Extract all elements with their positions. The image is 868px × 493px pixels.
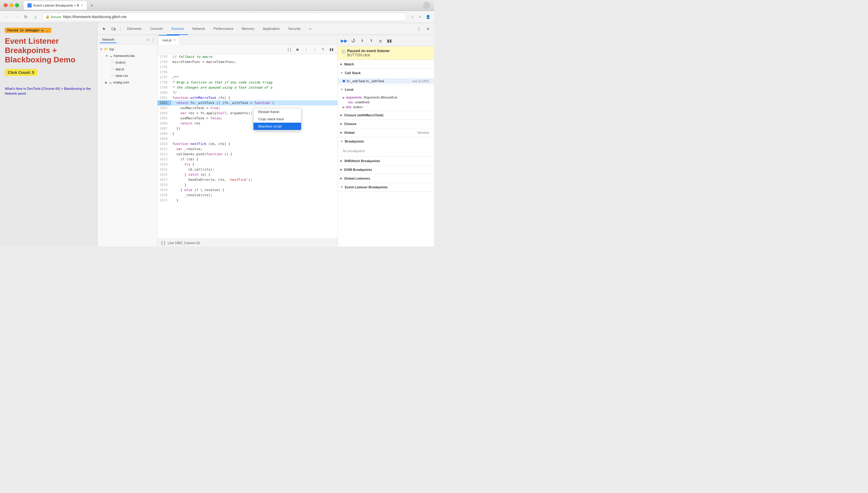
verified-icon[interactable]: ✓ [417, 14, 423, 20]
step-over-button[interactable] [349, 37, 357, 45]
closure-with-macro-header[interactable]: ▶ Closure (withMacroTask) [338, 111, 434, 119]
tree-item-stylecss[interactable]: 📄 style.css [97, 72, 157, 79]
file-panel-network-tab[interactable]: Network [100, 37, 117, 43]
editor-status-text: Line 1802, Column 51 [168, 241, 200, 245]
tab-more[interactable]: ›› [305, 23, 316, 35]
breakpoints-label: Breakpoints [345, 140, 364, 143]
breakpoints-button[interactable]: ↑ [311, 46, 318, 53]
scope-row-this[interactable]: ▶ this: button [338, 105, 434, 109]
profile-avatar[interactable] [423, 2, 430, 9]
code-line-1798: 1798 * Wrap a function so that if any co… [158, 80, 338, 85]
pause-on-exceptions-button[interactable]: ▮▮ [386, 37, 393, 45]
code-line-1799: 1799 * the changes are queued using a Ta… [158, 85, 338, 90]
event-listener-header[interactable]: ▼ Event Listener Breakpoints [338, 183, 434, 191]
tab-application[interactable]: Application [259, 23, 284, 35]
tab-favicon [27, 3, 31, 7]
browser-tab-active[interactable]: Event Listener Breakpoints + B ✕ [24, 1, 87, 9]
editor-tab-vuejs[interactable]: vue.js ✕ [159, 35, 180, 45]
home-button[interactable]: ⌂ [32, 13, 39, 21]
device-toolbar-button[interactable] [109, 25, 118, 33]
tree-item-index[interactable]: 📄 (index) [97, 59, 157, 66]
breakpoints-section-header[interactable]: ▼ Breakpoints [338, 137, 434, 146]
watch-section-header[interactable]: ▶ Watch [338, 60, 434, 68]
file-panel-more-button[interactable]: ›› [147, 38, 149, 42]
editor-tab-close[interactable]: ✕ [173, 38, 176, 42]
scope-val-res: undefined [355, 100, 369, 104]
bookmark-icon[interactable]: ☆ [409, 14, 415, 20]
pause-button[interactable]: ▮▮ [328, 46, 335, 53]
tab-memory[interactable]: Memory [238, 23, 259, 35]
step-over-icon[interactable]: 🔒 [45, 29, 49, 32]
context-menu-restart-frame[interactable]: Restart frame [254, 108, 301, 115]
minimize-window-button[interactable] [9, 3, 13, 7]
tab-performance[interactable]: Performance [210, 23, 238, 35]
step-out-button[interactable] [367, 37, 375, 45]
devtools-toolbar: Elements Console Sources Network Perform… [97, 23, 434, 35]
code-line-1807: 1807 }) [158, 126, 338, 131]
resume-icon[interactable]: ▶ [42, 29, 43, 32]
scope-row-arguments[interactable]: ▶ arguments: Arguments [MouseEve [338, 95, 434, 100]
global-listeners-label: Global Listeners [344, 177, 370, 180]
devtools-close-button[interactable]: ✕ [425, 25, 432, 33]
browser-tab-close[interactable]: ✕ [81, 4, 83, 7]
local-label: Local [345, 88, 353, 91]
local-section-header[interactable]: ▼ Local [338, 85, 434, 94]
address-field[interactable]: 🔒 Secure https://framework-blackboxing.g… [42, 13, 407, 21]
xhr-section-header[interactable]: ▶ XHR/fetch Breakpoints [338, 157, 434, 165]
step-into-button[interactable] [359, 37, 366, 45]
addressbar: ← → ↻ ⌂ 🔒 Secure https://framework-black… [0, 11, 434, 23]
call-stack-item-0[interactable]: fn._withTask.fn._withTask vue.js:1802 [338, 78, 434, 84]
inspect-element-button[interactable] [100, 25, 108, 33]
context-menu-copy-stack-trace[interactable]: Copy stack trace [254, 115, 301, 123]
dom-arrow: ▶ [340, 168, 342, 171]
scope-val-this: button [353, 105, 363, 109]
tab-elements[interactable]: Elements [123, 23, 146, 35]
deactivate-breakpoints-button[interactable]: ⌀ [376, 37, 384, 45]
scope-key-res: res: [348, 100, 353, 104]
scope-expand-this: ▶ [343, 106, 345, 109]
tree-item-unpkg[interactable]: ▶ ☁ unpkg.com [97, 79, 157, 86]
file-panel-menu-button[interactable]: ⋮ [151, 38, 155, 42]
global-listeners-header[interactable]: ▶ Global Listeners [338, 174, 434, 183]
global-section-header[interactable]: ▶ Global Window [338, 128, 434, 137]
save-snippet-button[interactable]: ↓ [303, 46, 310, 53]
code-content[interactable]: 1793 // fallback to macro 1794 microTime… [158, 54, 338, 239]
code-line-1812: 1812 callbacks.push(function () { [158, 152, 338, 157]
close-window-button[interactable] [4, 3, 7, 7]
tree-item-top[interactable]: ▼ 📁 top [97, 46, 157, 52]
page-links: What's New In DevTools (Chrome 66) > Bla… [5, 86, 92, 96]
code-line-1811: 1811 var _resolve; [158, 147, 338, 152]
new-tab-button[interactable]: + [88, 2, 95, 9]
refresh-button[interactable]: ↻ [22, 13, 29, 21]
pretty-print-button[interactable]: { } [286, 46, 293, 53]
code-line-1794: 1794 microTimerFunc = macroTimerFunc; [158, 59, 338, 64]
tab-console[interactable]: Console [146, 23, 167, 35]
tree-item-framework[interactable]: ▼ ☁ framework-bla [97, 52, 157, 59]
account-icon[interactable]: 👤 [425, 14, 431, 20]
maximize-window-button[interactable] [15, 3, 19, 7]
editor-toolbar: { } ▶ ↓ ↑ ✎ ▮▮ [158, 45, 338, 54]
code-line-1809: 1809 [158, 136, 338, 141]
editor-tab-label: vue.js [162, 38, 172, 42]
call-stack-name-0: fn._withTask.fn._withTask [347, 79, 411, 83]
closure-section-header[interactable]: ▶ Closure [338, 120, 434, 128]
tree-item-appjs[interactable]: 📄 app.js [97, 66, 157, 72]
run-snippet-button[interactable]: ▶ [294, 46, 301, 53]
closure-section: ▶ Closure [338, 120, 434, 128]
back-button[interactable]: ← [3, 13, 10, 21]
scope-row-res[interactable]: res: undefined [338, 100, 434, 105]
editor-statusbar: { } Line 1802, Column 51 [158, 239, 338, 246]
resume-button[interactable]: ▶▶ [340, 37, 348, 45]
code-line-1816: 1816 } catch (e) { [158, 172, 338, 177]
context-menu-blackbox-script[interactable]: Blackbox script [254, 123, 301, 130]
forward-button[interactable]: → [13, 13, 20, 21]
tab-security[interactable]: Security [284, 23, 305, 35]
tab-sources[interactable]: Sources [167, 23, 188, 35]
tab-network[interactable]: Network [188, 23, 209, 35]
global-label: Global [344, 131, 354, 134]
dom-section-header[interactable]: ▶ DOM Breakpoints [338, 166, 434, 174]
more-options-button[interactable]: ⋮ [415, 25, 423, 33]
call-stack-section-header[interactable]: ▼ Call Stack [338, 69, 434, 77]
devtools-link[interactable]: What's New In DevTools (Chrome 66) > Bla… [5, 86, 92, 96]
edit-button[interactable]: ✎ [320, 46, 327, 53]
